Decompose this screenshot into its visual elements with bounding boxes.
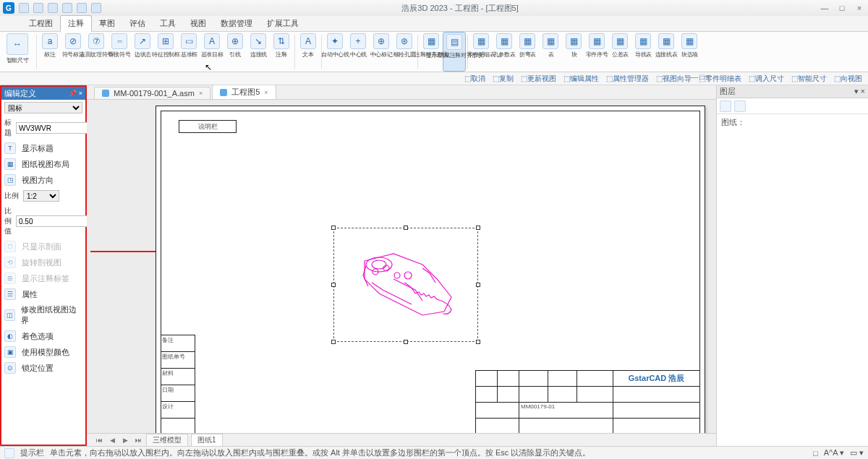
resize-handle-ml[interactable] xyxy=(331,283,336,287)
ribbon-中心标记[interactable]: ⊕中心标记 xyxy=(370,32,393,72)
panel-item-着色选项[interactable]: ◐着色选项 xyxy=(1,328,85,344)
subbar-cmd-7[interactable]: ⬚调入尺寸 xyxy=(749,74,784,84)
resize-handle-mr[interactable] xyxy=(476,283,480,287)
ribbon-表[interactable]: ▦表 xyxy=(539,32,562,72)
subbar-cmd-8[interactable]: ⬚智能尺寸 xyxy=(791,74,827,84)
ribbon-特征控制框[interactable]: ⊞特征控制框 xyxy=(154,32,177,72)
panel-item-视图方向[interactable]: ◳视图方向 xyxy=(1,172,85,188)
panel-item-图纸视图布局[interactable]: ▦图纸视图布局 xyxy=(1,156,85,172)
doc-tab-label: MM-00179-001_A.asm xyxy=(114,89,195,98)
layers-tool-1-icon[interactable] xyxy=(720,100,731,112)
ribbon-零件明细表[interactable]: ▦零件明细表 xyxy=(469,32,493,72)
ribbon-基准框[interactable]: ▭基准框 xyxy=(177,32,200,72)
subbar-cmd-4[interactable]: ⬚属性管理器 xyxy=(606,74,649,84)
model-view-isometric[interactable] xyxy=(343,243,473,337)
panel-item-label: 视图方向 xyxy=(22,175,54,186)
layers-tree[interactable]: 图纸： xyxy=(717,114,868,446)
panel-item-使用模型颜色[interactable]: ▣使用模型颜色 xyxy=(1,344,85,360)
menu-tab-1[interactable]: 注释 xyxy=(60,15,92,32)
menu-tab-3[interactable]: 评估 xyxy=(122,16,153,31)
ribbon-连接线[interactable]: ↘连接线 xyxy=(247,32,270,72)
resize-handle-bl[interactable] xyxy=(331,340,336,344)
qat-undo-icon[interactable] xyxy=(33,3,43,13)
menu-tab-5[interactable]: 视图 xyxy=(183,16,213,31)
ribbon-表面纹理符号[interactable]: ⑦表面纹理符号 xyxy=(85,32,108,72)
subbar-cmd-1[interactable]: ⬚复制 xyxy=(493,74,514,84)
panel-item-显示标题[interactable]: T显示标题 xyxy=(1,140,85,156)
layers-root-node[interactable]: 图纸： xyxy=(721,118,745,126)
panel-item-修改图纸视图边界[interactable]: ◫修改图纸视图边界 xyxy=(1,302,85,328)
layers-panel-close-icon[interactable]: ▾ × xyxy=(854,87,865,96)
ribbon-焊接符号[interactable]: ⎓焊接符号 xyxy=(108,32,131,72)
subbar-cmd-5[interactable]: ⬚视图向导 xyxy=(656,74,692,84)
subbar-cmd-0[interactable]: ⬚取消 xyxy=(464,74,485,84)
qat-redo-icon[interactable] xyxy=(48,3,58,13)
ribbon-零件序号[interactable]: ▦零件序号 xyxy=(585,32,608,72)
qat-save-icon[interactable] xyxy=(19,3,29,13)
close-button[interactable]: × xyxy=(854,4,865,12)
resize-handle-tr[interactable] xyxy=(476,226,480,230)
scale-dropdown[interactable]: 1:2 xyxy=(23,190,59,202)
ribbon-标注[interactable]: a标注 xyxy=(38,32,61,72)
menu-tab-7[interactable]: 扩展工具 xyxy=(260,16,306,31)
standard-dropdown[interactable]: 国标 xyxy=(4,102,82,113)
ribbon-块[interactable]: ▦块 xyxy=(562,32,585,72)
resize-handle-tm[interactable] xyxy=(404,226,408,230)
ribbon-自动中心线[interactable]: ✦自动中心线 xyxy=(323,32,346,72)
doc-tab-close-icon[interactable]: × xyxy=(264,89,268,96)
ribbon-注释[interactable]: ⇅注释 xyxy=(270,32,293,72)
sheet-tab-0[interactable]: 三维模型 xyxy=(146,434,188,446)
ribbon-智能尺寸[interactable]: ↔智能尺寸 xyxy=(0,32,35,72)
maximize-button[interactable]: □ xyxy=(836,4,848,12)
resize-handle-br[interactable] xyxy=(476,340,480,344)
tab-nav-first[interactable]: ⏮ xyxy=(94,437,104,444)
ribbon-边状态[interactable]: ↗边状态 xyxy=(131,32,154,72)
qat-open-icon[interactable] xyxy=(77,3,87,13)
ribbon-导线表[interactable]: ▦导线表 xyxy=(631,32,655,72)
tab-nav-next[interactable]: ▶ xyxy=(120,437,130,444)
tab-nav-last[interactable]: ⏭ xyxy=(133,437,143,444)
ribbon-折弯表[interactable]: ▦折弯表 xyxy=(516,32,539,72)
menu-tab-0[interactable]: 工程图 xyxy=(22,16,60,31)
qat-print-icon[interactable] xyxy=(62,3,72,13)
doc-min-button[interactable]: — xyxy=(690,72,698,81)
view-selection-box[interactable] xyxy=(333,228,478,342)
sheet-tab-1[interactable]: 图纸1 xyxy=(191,434,223,446)
resize-handle-tl[interactable] xyxy=(331,226,336,230)
resize-handle-bm[interactable] xyxy=(404,340,408,344)
panel-item-属性[interactable]: ☰属性 xyxy=(1,286,85,302)
ribbon-连接线表[interactable]: ▦连接线表 xyxy=(655,32,678,72)
menu-tab-4[interactable]: 工具 xyxy=(153,16,183,31)
doc-close-button[interactable]: × xyxy=(706,72,710,81)
pin-icon[interactable]: 📌 × xyxy=(69,90,82,97)
doc-tab-close-icon[interactable]: × xyxy=(199,90,203,97)
subbar-cmd-9[interactable]: ⬚向视图 xyxy=(834,74,862,84)
status-mode-3[interactable]: ▭ ▾ xyxy=(850,448,864,458)
menu-tab-2[interactable]: 草图 xyxy=(92,16,122,31)
ribbon-文本[interactable]: A文本 xyxy=(297,32,320,72)
doc-tab-0[interactable]: MM-00179-001_A.asm× xyxy=(94,87,210,99)
subbar-cmd-3[interactable]: ⬚编辑属性 xyxy=(563,74,599,84)
status-icon[interactable] xyxy=(4,448,14,458)
tab-nav-prev[interactable]: ◀ xyxy=(107,437,117,444)
ribbon-显示/隐藏注释对齐形状[interactable]: ▤显示/隐藏注释对齐形状 xyxy=(443,32,466,72)
drawing-sheet[interactable]: 说明栏 xyxy=(156,106,705,441)
layers-tool-2-icon[interactable] xyxy=(734,100,746,112)
ribbon-螺栓孔圆[interactable]: ⊛螺栓孔圆 xyxy=(393,32,416,72)
status-mode-1[interactable]: □ xyxy=(813,449,818,458)
menu-tab-6[interactable]: 数据管理 xyxy=(213,16,260,31)
doc-tab-1[interactable]: 工程图5× xyxy=(212,85,276,99)
minimize-button[interactable]: — xyxy=(819,4,830,12)
panel-item-label: 图纸视图布局 xyxy=(22,159,69,170)
status-mode-2[interactable]: A^A ▾ xyxy=(824,448,844,458)
ribbon-公差表[interactable]: ▦公差表 xyxy=(608,32,631,72)
doc-max-button[interactable]: □ xyxy=(699,72,705,81)
ribbon-中心线[interactable]: +中心线 xyxy=(346,32,370,72)
qat-more-icon[interactable] xyxy=(91,3,101,13)
ribbon-孔参数表[interactable]: ▦孔参数表 xyxy=(493,32,516,72)
ribbon-基准目标[interactable]: A基准目标 xyxy=(200,32,224,72)
panel-item-锁定位置[interactable]: ⊙锁定位置 xyxy=(1,360,85,376)
ribbon-引线[interactable]: ⊕引线 xyxy=(224,32,247,72)
subbar-cmd-2[interactable]: ⬚更新视图 xyxy=(521,74,556,84)
ribbon-块选项[interactable]: ▦块选项 xyxy=(678,32,701,72)
